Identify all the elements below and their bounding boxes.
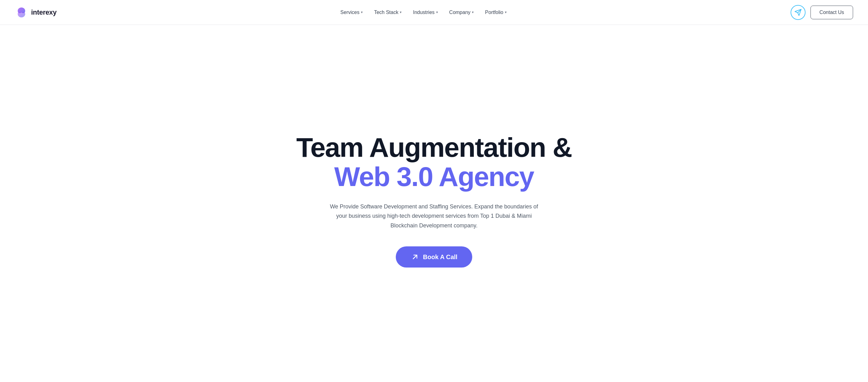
chevron-down-icon: ▾ — [505, 10, 507, 14]
nav-actions: Contact Us — [790, 5, 853, 20]
hero-title: Team Augmentation & Web 3.0 Agency — [296, 133, 572, 202]
nav-link-portfolio[interactable]: Portfolio ▾ — [485, 10, 507, 15]
nav-item-services[interactable]: Services ▾ — [340, 10, 363, 15]
telegram-icon — [794, 9, 802, 16]
chevron-down-icon: ▾ — [400, 10, 402, 14]
logo-icon — [15, 6, 28, 19]
nav-item-techstack[interactable]: Tech Stack ▾ — [374, 10, 402, 15]
navbar: interexy Services ▾ Tech Stack ▾ Industr… — [0, 0, 868, 25]
chevron-down-icon: ▾ — [436, 10, 438, 14]
hero-subtitle: We Provide Software Development and Staf… — [328, 202, 540, 231]
book-call-label: Book A Call — [423, 254, 458, 261]
telegram-button[interactable] — [790, 5, 806, 20]
chevron-down-icon: ▾ — [361, 10, 363, 14]
book-call-button[interactable]: Book A Call — [396, 246, 472, 267]
chevron-down-icon: ▾ — [472, 10, 474, 14]
nav-link-techstack[interactable]: Tech Stack ▾ — [374, 10, 402, 15]
nav-link-industries[interactable]: Industries ▾ — [413, 10, 438, 15]
nav-item-company[interactable]: Company ▾ — [449, 10, 474, 15]
hero-title-line1: Team Augmentation & — [296, 133, 572, 162]
logo-link[interactable]: interexy — [15, 6, 57, 19]
hero-section: Team Augmentation & Web 3.0 Agency We Pr… — [0, 25, 868, 382]
logo-text: interexy — [31, 8, 57, 17]
hero-title-line2: Web 3.0 Agency — [296, 162, 572, 192]
nav-item-portfolio[interactable]: Portfolio ▾ — [485, 10, 507, 15]
contact-us-button[interactable]: Contact Us — [810, 6, 853, 19]
nav-links: Services ▾ Tech Stack ▾ Industries ▾ Com… — [340, 10, 507, 15]
nav-link-company[interactable]: Company ▾ — [449, 10, 474, 15]
nav-item-industries[interactable]: Industries ▾ — [413, 10, 438, 15]
nav-link-services[interactable]: Services ▾ — [340, 10, 363, 15]
arrow-icon — [411, 253, 420, 261]
